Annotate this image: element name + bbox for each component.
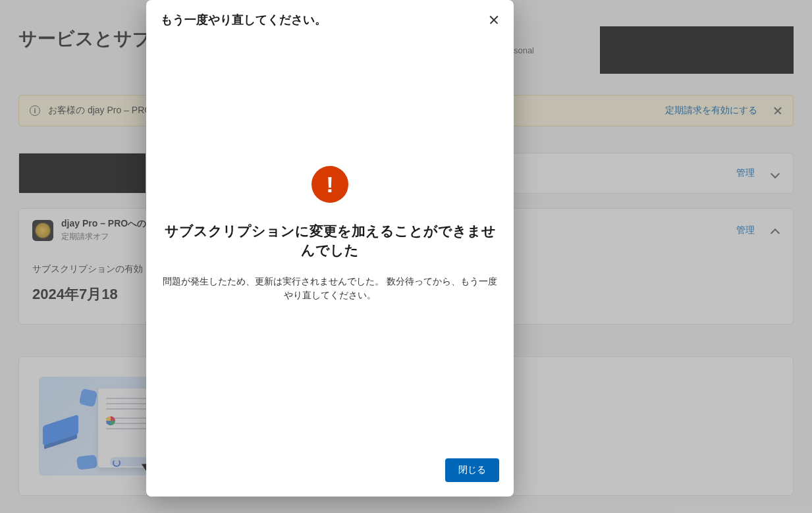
dialog-error-title: サブスクリプションに変更を加えることができませんでした xyxy=(162,221,498,260)
page-root: サービスとサブス Personal お客様の djay Pro – PRO 定期… xyxy=(0,0,812,513)
dialog-header: もう一度やり直してください。 xyxy=(146,0,514,28)
dialog-body: ! サブスクリプションに変更を加えることができませんでした 問題が発生したため、… xyxy=(146,28,514,446)
dialog-title: もう一度やり直してください。 xyxy=(161,12,327,28)
close-button[interactable]: 閉じる xyxy=(445,458,499,482)
error-icon: ! xyxy=(311,166,348,203)
error-dialog: もう一度やり直してください。 ! サブスクリプションに変更を加えることができませ… xyxy=(146,0,514,497)
dialog-footer: 閉じる xyxy=(146,446,514,497)
close-icon[interactable] xyxy=(489,14,499,25)
dialog-error-description: 問題が発生したため、更新は実行されませんでした。 数分待ってから、もう一度やり直… xyxy=(162,275,498,302)
